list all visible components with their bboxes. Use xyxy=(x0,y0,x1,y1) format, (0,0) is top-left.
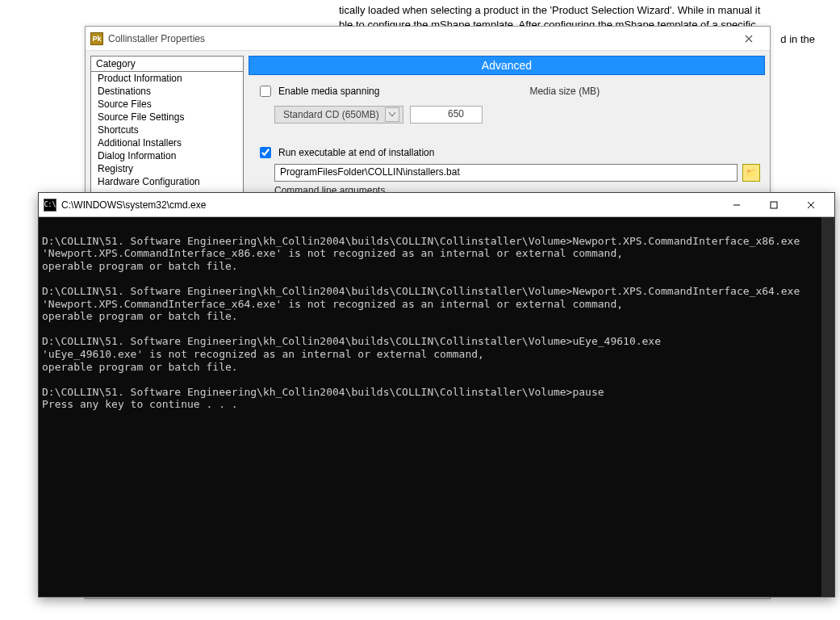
minimize-button[interactable] xyxy=(718,194,755,216)
window-title: Collinstaller Properties xyxy=(108,33,205,44)
minimize-icon xyxy=(733,201,741,209)
close-icon xyxy=(745,35,753,43)
app-icon: Pk xyxy=(90,32,103,45)
window-titlebar[interactable]: Pk Collinstaller Properties xyxy=(86,27,770,51)
cmd-line: 'Newport.XPS.CommandInterface_x64.exe' i… xyxy=(42,298,623,310)
close-icon xyxy=(807,201,815,209)
cmd-line: D:\COLLIN\51. Software Engineering\kh_Co… xyxy=(42,235,800,247)
category-item[interactable]: Dialog Information xyxy=(91,149,243,162)
cmd-line: D:\COLLIN\51. Software Engineering\kh_Co… xyxy=(42,335,661,347)
doc-line: tically loaded when selecting a product … xyxy=(339,3,823,18)
cmd-line: D:\COLLIN\51. Software Engineering\kh_Co… xyxy=(42,285,800,297)
category-item[interactable]: Destinations xyxy=(91,85,243,98)
cmd-line: operable program or batch file. xyxy=(42,310,238,322)
run-executable-label: Run executable at end of installation xyxy=(278,147,434,158)
scrollbar-thumb[interactable] xyxy=(821,217,834,282)
category-item[interactable]: Product Information xyxy=(91,72,243,85)
run-executable-checkbox[interactable] xyxy=(260,147,271,158)
category-item[interactable]: Hardware Configuration xyxy=(91,175,243,188)
media-size-label: Media size (MB) xyxy=(529,86,600,97)
cmd-title-text: C:\WINDOWS\system32\cmd.exe xyxy=(61,199,206,211)
browse-button[interactable]: 📁 xyxy=(742,164,760,182)
maximize-icon xyxy=(770,201,778,209)
category-item[interactable]: Source Files xyxy=(91,98,243,111)
category-item[interactable]: Registry xyxy=(91,162,243,175)
cmd-line: operable program or batch file. xyxy=(42,361,238,373)
cmd-titlebar[interactable]: C:\ C:\WINDOWS\system32\cmd.exe xyxy=(39,193,834,217)
cmd-window: C:\ C:\WINDOWS\system32\cmd.exe D:\COLLI… xyxy=(38,192,835,597)
enable-media-spanning-checkbox[interactable] xyxy=(260,86,271,97)
advanced-section-header: Advanced xyxy=(249,56,765,75)
enable-media-spanning-label: Enable media spanning xyxy=(278,86,379,97)
cmd-line: 'uEye_49610.exe' is not recognized as an… xyxy=(42,348,484,360)
cmd-line: 'Newport.XPS.CommandInterface_x86.exe' i… xyxy=(42,247,623,259)
category-item[interactable]: Source File Settings xyxy=(91,111,243,124)
close-button[interactable] xyxy=(733,29,765,48)
folder-icon: 📁 xyxy=(746,168,757,178)
svg-rect-0 xyxy=(771,202,777,208)
maximize-button[interactable] xyxy=(755,194,792,216)
category-item[interactable]: Additional Installers xyxy=(91,136,243,149)
media-size-input[interactable]: 650 xyxy=(410,106,483,124)
cmd-line: Press any key to continue . . . xyxy=(42,398,238,410)
executable-path-input[interactable]: ProgramFilesFolder\COLLIN\installers.bat xyxy=(274,164,738,182)
category-header: Category xyxy=(91,57,243,72)
cmd-line: D:\COLLIN\51. Software Engineering\kh_Co… xyxy=(42,386,604,398)
cmd-output-area[interactable]: D:\COLLIN\51. Software Engineering\kh_Co… xyxy=(39,217,834,597)
cmd-line: operable program or batch file. xyxy=(42,260,238,272)
media-type-value: Standard CD (650MB) xyxy=(283,109,379,120)
media-type-combobox[interactable]: Standard CD (650MB) xyxy=(274,106,403,124)
category-item[interactable]: Shortcuts xyxy=(91,124,243,136)
close-button[interactable] xyxy=(792,194,830,216)
cmd-icon: C:\ xyxy=(44,199,56,212)
chevron-down-icon xyxy=(385,107,399,122)
